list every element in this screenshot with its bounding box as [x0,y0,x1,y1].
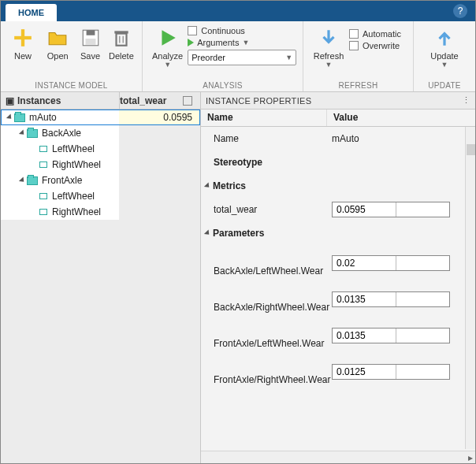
tab-home[interactable]: HOME [6,4,57,21]
total-wear-col-label: total_wear [120,95,166,106]
expand-tri-icon[interactable] [19,176,26,184]
checkbox-icon [349,41,359,50]
prop-col-value: Value [327,110,475,126]
collapse-icon[interactable] [204,182,211,189]
instances-tree: mAuto0.0595BackAxleLeftWheelRightWheelFr… [1,110,200,463]
value-input[interactable] [333,292,396,306]
value-input[interactable] [333,329,396,343]
prop-key: FrontAxle/RightWheel.Wear [201,369,327,390]
tree-value [119,125,200,141]
properties-body: NamemAutoStereotype Metricstotal_wear Pa… [201,127,475,463]
preorder-dropdown[interactable]: Preorder ▼ [188,50,296,65]
tree-row[interactable]: BackAxle [1,125,200,141]
save-button[interactable]: Save [75,24,105,61]
group-caption-analysis: ANALYSIS [147,80,298,91]
collapse-icon[interactable] [204,229,211,236]
prop-col-name: Name [201,110,327,126]
tree-row[interactable]: mAuto0.0595 [1,110,200,125]
prop-key: Stereotype [201,152,327,173]
popout-icon[interactable] [183,96,192,106]
unit-cell[interactable] [396,256,449,270]
port-icon [39,161,47,168]
instances-panel: ▣Instances total_wear mAuto0.0595BackAxl… [1,92,201,463]
folder-icon [27,129,38,138]
scrollbar-horizontal[interactable]: ▸ [201,451,475,463]
svg-rect-6 [114,31,128,33]
prop-row: Stereotype [201,150,475,174]
new-label: New [14,51,32,61]
analyze-button[interactable]: Analyze ▼ [147,24,188,69]
value-input-wrap [332,291,450,307]
group-caption-update: UPDATE [418,80,470,91]
value-input[interactable] [333,365,396,379]
value-input-wrap [332,328,450,343]
value-input-wrap [332,202,450,217]
ribbon: New Open Save Delete INSTANCE MODEL Anal… [1,21,475,92]
tree-row[interactable]: LeftWheel [1,141,200,157]
tree-label: BackAxle [42,128,81,139]
scroll-thumb[interactable] [467,144,475,155]
unit-cell[interactable] [396,329,449,343]
prop-row: BackAxle/LeftWheel.Wear [201,245,475,281]
tree-row[interactable]: RightWheel [1,157,200,173]
scroll-right-icon[interactable]: ▸ [468,452,473,463]
delete-button[interactable]: Delete [106,24,137,61]
new-button[interactable]: New [6,24,40,61]
prop-row: Parameters [201,221,475,245]
analyze-label: Analyze [152,51,183,61]
prop-key: Name [201,128,327,149]
tree-label: mAuto [29,112,57,123]
unit-cell[interactable] [396,365,449,379]
unit-cell[interactable] [396,292,449,306]
group-instance-model: New Open Save Delete INSTANCE MODEL [1,21,143,91]
value-input[interactable] [333,202,396,217]
more-icon[interactable]: ⋮ [462,95,470,106]
continuous-checkbox[interactable]: Continuous [188,26,298,35]
prop-row: NamemAuto [201,127,475,150]
expand-tri-icon[interactable] [19,129,26,136]
tree-label: RightWheel [52,206,101,217]
open-button[interactable]: Open [40,24,75,61]
overwrite-checkbox[interactable]: Overwrite [349,41,401,50]
prop-key: Parameters [201,223,327,243]
instances-header: ▣Instances total_wear [1,92,200,110]
group-analysis: Analyze ▼ Continuous Arguments ▼ Preorde… [143,21,303,91]
prop-key: Metrics [201,176,327,196]
refresh-button[interactable]: Refresh ▼ [308,24,349,69]
folder-icon [27,176,38,185]
chevron-down-icon: ▼ [242,39,249,46]
group-caption-refresh: REFRESH [308,80,408,91]
prop-value [327,183,475,189]
prop-row: FrontAxle/LeftWheel.Wear [201,317,475,354]
prop-value [327,361,475,383]
tree-row[interactable]: RightWheel [1,204,200,220]
port-icon [39,146,47,152]
chevron-down-icon: ▼ [325,61,333,69]
prop-key: BackAxle/LeftWheel.Wear [201,261,327,281]
tree-row[interactable]: LeftWheel [1,188,200,204]
tree-value [119,204,200,220]
prop-key: BackAxle/RightWheel.Wear [201,297,327,317]
expand-tri-icon[interactable] [6,113,13,121]
value-input[interactable] [333,256,396,270]
prop-row: Metrics [201,174,475,198]
help-icon[interactable]: ? [453,4,467,18]
tree-row[interactable]: FrontAxle [1,173,200,188]
expand-icon[interactable]: ▣ [6,95,14,106]
play-icon [158,28,178,48]
scrollbar-vertical[interactable] [465,127,475,449]
update-button[interactable]: Update ▼ [424,24,465,69]
prop-value: mAuto [327,130,475,147]
tree-value [119,173,200,188]
arguments-label: Arguments [197,38,239,47]
automatic-checkbox[interactable]: Automatic [349,29,401,39]
prop-value [327,199,475,221]
unit-cell[interactable] [396,202,449,217]
svg-rect-5 [116,34,126,46]
arguments-button[interactable]: Arguments ▼ [188,38,298,47]
tree-value [119,188,200,204]
chevron-down-icon: ▼ [285,54,292,61]
save-label: Save [80,51,100,61]
automatic-label: Automatic [363,29,401,39]
refresh-down-icon [318,28,339,48]
